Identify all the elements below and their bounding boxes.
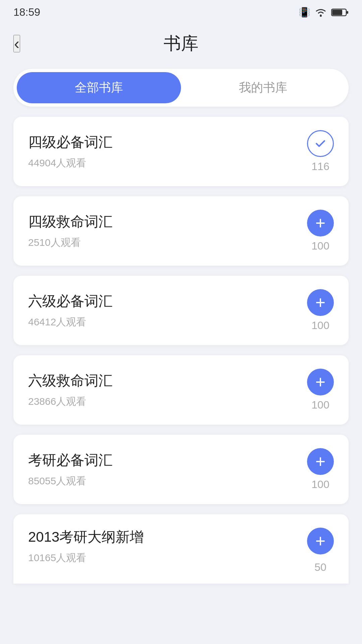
book-viewers: 85055人观看 [28, 474, 297, 488]
status-icons: 📳 [299, 7, 349, 18]
book-count: 100 [311, 478, 329, 491]
book-added-button[interactable] [307, 130, 334, 157]
book-count: 100 [311, 399, 329, 411]
book-card[interactable]: 四级必备词汇 44904人观看 116 [13, 117, 349, 186]
status-time: 18:59 [13, 6, 40, 18]
status-bar: 18:59 📳 [0, 0, 362, 22]
book-name: 四级必备词汇 [28, 133, 297, 152]
book-count: 100 [311, 240, 329, 252]
book-name: 六级救命词汇 [28, 371, 297, 390]
battery-icon [331, 8, 349, 17]
book-card[interactable]: 六级必备词汇 46412人观看 + 100 [13, 276, 349, 345]
book-viewers: 44904人观看 [28, 156, 297, 170]
book-count: 116 [311, 160, 329, 173]
header: ‹ 书库 [0, 22, 362, 65]
book-count: 100 [311, 319, 329, 332]
partial-book-card[interactable]: 2013考研大纲新增 10165人观看 + 50 [0, 514, 362, 584]
book-right: + 100 [307, 210, 334, 252]
tab-switcher: 全部书库 我的书库 [13, 69, 349, 107]
book-right: + 100 [307, 369, 334, 411]
book-card[interactable]: 四级救命词汇 2510人观看 + 100 [13, 196, 349, 266]
book-info: 四级救命词汇 2510人观看 [28, 212, 297, 250]
plus-icon: + [315, 373, 325, 391]
svg-rect-2 [332, 10, 342, 15]
back-button[interactable]: ‹ [13, 35, 20, 52]
plus-icon: + [315, 294, 325, 311]
book-viewers: 46412人观看 [28, 315, 297, 329]
book-info: 四级必备词汇 44904人观看 [28, 133, 297, 170]
svg-rect-3 [347, 11, 348, 14]
book-viewers: 2510人观看 [28, 236, 297, 250]
book-list: 四级必备词汇 44904人观看 116 四级救命词汇 2510人观看 + 100 [0, 117, 362, 504]
book-add-button[interactable]: + [307, 528, 334, 554]
plus-icon: + [315, 532, 325, 550]
book-card[interactable]: 六级救命词汇 23866人观看 + 100 [13, 355, 349, 425]
wifi-icon [314, 8, 327, 17]
vibrate-icon: 📳 [299, 7, 310, 18]
tab-all-library[interactable]: 全部书库 [17, 72, 181, 103]
tab-my-library[interactable]: 我的书库 [181, 72, 345, 103]
book-add-button[interactable]: + [307, 448, 334, 475]
book-info: 六级救命词汇 23866人观看 [28, 371, 297, 409]
svg-point-0 [320, 15, 322, 17]
book-viewers: 10165人观看 [28, 551, 297, 565]
book-right: + 100 [307, 289, 334, 332]
book-info: 六级必备词汇 46412人观看 [28, 292, 297, 329]
book-viewers: 23866人观看 [28, 395, 297, 409]
book-right: + 50 [307, 528, 334, 574]
book-card[interactable]: 考研必备词汇 85055人观看 + 100 [13, 435, 349, 504]
book-name: 六级必备词汇 [28, 292, 297, 311]
book-right: + 100 [307, 448, 334, 491]
book-count: 50 [314, 561, 326, 574]
book-name: 考研必备词汇 [28, 451, 297, 470]
plus-icon: + [315, 453, 325, 470]
book-name: 2013考研大纲新增 [28, 528, 297, 546]
book-right: 116 [307, 130, 334, 173]
book-info: 2013考研大纲新增 10165人观看 [28, 528, 297, 565]
book-add-button[interactable]: + [307, 289, 334, 316]
book-name: 四级救命词汇 [28, 212, 297, 231]
book-info: 考研必备词汇 85055人观看 [28, 451, 297, 488]
book-add-button[interactable]: + [307, 369, 334, 395]
book-add-button[interactable]: + [307, 210, 334, 236]
page-title: 书库 [164, 32, 198, 55]
plus-icon: + [315, 214, 325, 232]
